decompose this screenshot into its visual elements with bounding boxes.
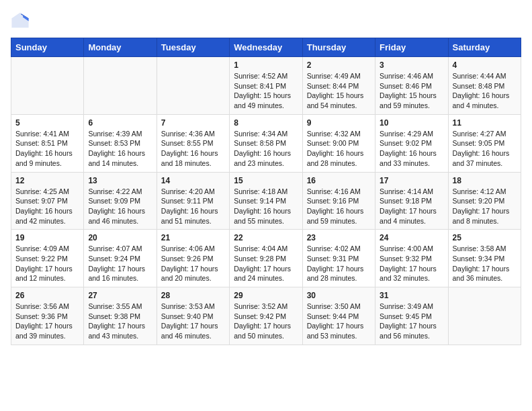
day-number: 2	[307, 60, 371, 70]
col-tuesday: Tuesday	[157, 38, 229, 57]
day-info: Sunrise: 4:09 AM Sunset: 9:22 PM Dayligh…	[15, 244, 79, 283]
day-info: Sunrise: 4:22 AM Sunset: 9:09 PM Dayligh…	[88, 187, 152, 226]
day-number: 4	[453, 60, 517, 70]
calendar-cell: 3Sunrise: 4:46 AM Sunset: 8:46 PM Daylig…	[375, 57, 448, 115]
day-info: Sunrise: 3:56 AM Sunset: 9:36 PM Dayligh…	[15, 302, 79, 341]
day-number: 6	[88, 118, 152, 128]
calendar-cell: 1Sunrise: 4:52 AM Sunset: 8:41 PM Daylig…	[230, 57, 302, 115]
col-wednesday: Wednesday	[230, 38, 302, 57]
day-info: Sunrise: 3:49 AM Sunset: 9:45 PM Dayligh…	[380, 302, 443, 341]
col-thursday: Thursday	[302, 38, 375, 57]
day-number: 18	[453, 176, 517, 185]
day-info: Sunrise: 4:32 AM Sunset: 9:00 PM Dayligh…	[307, 129, 371, 169]
calendar-cell: 10Sunrise: 4:29 AM Sunset: 9:02 PM Dayli…	[375, 114, 448, 172]
header-row: Sunday Monday Tuesday Wednesday Thursday…	[11, 38, 521, 57]
day-info: Sunrise: 4:34 AM Sunset: 8:58 PM Dayligh…	[234, 129, 298, 169]
day-number: 21	[161, 233, 225, 242]
calendar-week-2: 5Sunrise: 4:41 AM Sunset: 8:51 PM Daylig…	[11, 114, 521, 172]
day-number: 1	[234, 60, 298, 70]
calendar-cell: 24Sunrise: 4:00 AM Sunset: 9:32 PM Dayli…	[375, 230, 448, 287]
calendar-cell: 18Sunrise: 4:12 AM Sunset: 9:20 PM Dayli…	[448, 172, 521, 230]
day-info: Sunrise: 4:25 AM Sunset: 9:07 PM Dayligh…	[15, 187, 79, 226]
day-info: Sunrise: 4:27 AM Sunset: 9:05 PM Dayligh…	[453, 129, 517, 169]
calendar-cell: 21Sunrise: 4:06 AM Sunset: 9:26 PM Dayli…	[157, 230, 229, 287]
calendar-cell	[11, 57, 84, 115]
calendar-cell: 25Sunrise: 3:58 AM Sunset: 9:34 PM Dayli…	[448, 230, 521, 287]
col-monday: Monday	[84, 38, 157, 57]
day-number: 20	[88, 233, 152, 242]
calendar-cell: 2Sunrise: 4:49 AM Sunset: 8:44 PM Daylig…	[302, 57, 375, 115]
day-number: 23	[307, 233, 371, 242]
calendar-cell: 19Sunrise: 4:09 AM Sunset: 9:22 PM Dayli…	[11, 230, 84, 287]
calendar-cell	[84, 57, 157, 115]
svg-marker-0	[11, 13, 28, 28]
calendar-cell: 15Sunrise: 4:18 AM Sunset: 9:14 PM Dayli…	[230, 172, 302, 230]
day-number: 28	[161, 291, 225, 300]
page-header	[11, 11, 521, 30]
calendar-cell: 6Sunrise: 4:39 AM Sunset: 8:53 PM Daylig…	[84, 114, 157, 172]
day-info: Sunrise: 4:14 AM Sunset: 9:18 PM Dayligh…	[380, 187, 443, 226]
day-number: 17	[380, 176, 443, 185]
day-number: 27	[88, 291, 152, 300]
day-number: 26	[15, 291, 79, 300]
day-info: Sunrise: 4:36 AM Sunset: 8:55 PM Dayligh…	[161, 129, 225, 169]
calendar-cell	[157, 57, 229, 115]
calendar-cell: 4Sunrise: 4:44 AM Sunset: 8:48 PM Daylig…	[448, 57, 521, 115]
calendar-cell: 9Sunrise: 4:32 AM Sunset: 9:00 PM Daylig…	[302, 114, 375, 172]
calendar-cell: 11Sunrise: 4:27 AM Sunset: 9:05 PM Dayli…	[448, 114, 521, 172]
day-info: Sunrise: 4:07 AM Sunset: 9:24 PM Dayligh…	[88, 244, 152, 283]
day-info: Sunrise: 3:50 AM Sunset: 9:44 PM Dayligh…	[307, 302, 371, 341]
calendar-cell: 12Sunrise: 4:25 AM Sunset: 9:07 PM Dayli…	[11, 172, 84, 230]
day-number: 3	[380, 60, 443, 70]
day-number: 16	[307, 176, 371, 185]
day-number: 30	[307, 291, 371, 300]
calendar-cell: 22Sunrise: 4:04 AM Sunset: 9:28 PM Dayli…	[230, 230, 302, 287]
day-info: Sunrise: 3:52 AM Sunset: 9:42 PM Dayligh…	[234, 302, 298, 341]
day-info: Sunrise: 4:02 AM Sunset: 9:31 PM Dayligh…	[307, 244, 371, 283]
calendar-cell: 20Sunrise: 4:07 AM Sunset: 9:24 PM Dayli…	[84, 230, 157, 287]
calendar-cell	[448, 287, 521, 345]
calendar-body: 1Sunrise: 4:52 AM Sunset: 8:41 PM Daylig…	[11, 57, 521, 345]
logo	[11, 11, 32, 30]
day-number: 15	[234, 176, 298, 185]
calendar-week-5: 26Sunrise: 3:56 AM Sunset: 9:36 PM Dayli…	[11, 287, 521, 345]
day-number: 22	[234, 233, 298, 242]
day-info: Sunrise: 4:12 AM Sunset: 9:20 PM Dayligh…	[453, 187, 517, 226]
day-info: Sunrise: 3:58 AM Sunset: 9:34 PM Dayligh…	[453, 244, 517, 283]
day-number: 11	[453, 118, 517, 128]
calendar-cell: 28Sunrise: 3:53 AM Sunset: 9:40 PM Dayli…	[157, 287, 229, 345]
day-number: 12	[15, 176, 79, 185]
calendar-header: Sunday Monday Tuesday Wednesday Thursday…	[11, 38, 521, 57]
day-info: Sunrise: 4:04 AM Sunset: 9:28 PM Dayligh…	[234, 244, 298, 283]
calendar-cell: 13Sunrise: 4:22 AM Sunset: 9:09 PM Dayli…	[84, 172, 157, 230]
day-info: Sunrise: 4:39 AM Sunset: 8:53 PM Dayligh…	[88, 129, 152, 169]
day-info: Sunrise: 3:55 AM Sunset: 9:38 PM Dayligh…	[88, 302, 152, 341]
day-number: 10	[380, 118, 443, 128]
day-info: Sunrise: 4:41 AM Sunset: 8:51 PM Dayligh…	[15, 129, 79, 169]
day-info: Sunrise: 4:52 AM Sunset: 8:41 PM Dayligh…	[234, 71, 298, 111]
day-number: 25	[453, 233, 517, 242]
col-sunday: Sunday	[11, 38, 84, 57]
day-number: 24	[380, 233, 443, 242]
day-info: Sunrise: 4:06 AM Sunset: 9:26 PM Dayligh…	[161, 244, 225, 283]
day-info: Sunrise: 4:20 AM Sunset: 9:11 PM Dayligh…	[161, 187, 225, 226]
calendar-week-4: 19Sunrise: 4:09 AM Sunset: 9:22 PM Dayli…	[11, 230, 521, 287]
day-info: Sunrise: 3:53 AM Sunset: 9:40 PM Dayligh…	[161, 302, 225, 341]
day-number: 31	[380, 291, 443, 300]
day-info: Sunrise: 4:00 AM Sunset: 9:32 PM Dayligh…	[380, 244, 443, 283]
day-info: Sunrise: 4:46 AM Sunset: 8:46 PM Dayligh…	[380, 71, 443, 111]
calendar-cell: 8Sunrise: 4:34 AM Sunset: 8:58 PM Daylig…	[230, 114, 302, 172]
day-number: 5	[15, 118, 79, 128]
calendar-cell: 5Sunrise: 4:41 AM Sunset: 8:51 PM Daylig…	[11, 114, 84, 172]
day-number: 13	[88, 176, 152, 185]
calendar-week-3: 12Sunrise: 4:25 AM Sunset: 9:07 PM Dayli…	[11, 172, 521, 230]
calendar-cell: 30Sunrise: 3:50 AM Sunset: 9:44 PM Dayli…	[302, 287, 375, 345]
day-info: Sunrise: 4:49 AM Sunset: 8:44 PM Dayligh…	[307, 71, 371, 111]
col-friday: Friday	[375, 38, 448, 57]
logo-icon	[11, 11, 30, 30]
calendar-cell: 29Sunrise: 3:52 AM Sunset: 9:42 PM Dayli…	[230, 287, 302, 345]
calendar-cell: 7Sunrise: 4:36 AM Sunset: 8:55 PM Daylig…	[157, 114, 229, 172]
day-number: 7	[161, 118, 225, 128]
calendar-cell: 16Sunrise: 4:16 AM Sunset: 9:16 PM Dayli…	[302, 172, 375, 230]
calendar-cell: 26Sunrise: 3:56 AM Sunset: 9:36 PM Dayli…	[11, 287, 84, 345]
